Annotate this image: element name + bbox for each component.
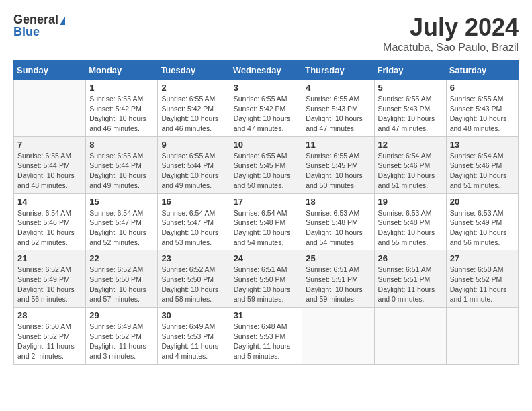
logo: General Blue bbox=[13, 13, 65, 38]
day-info: Sunrise: 6:55 AMSunset: 5:45 PMDaylight:… bbox=[306, 151, 370, 191]
calendar-cell: 16Sunrise: 6:54 AMSunset: 5:47 PMDayligh… bbox=[158, 193, 230, 250]
calendar-week-row: 21Sunrise: 6:52 AMSunset: 5:49 PMDayligh… bbox=[14, 250, 519, 308]
day-number: 22 bbox=[89, 253, 154, 263]
logo-icon bbox=[60, 17, 65, 25]
calendar-cell: 4Sunrise: 6:55 AMSunset: 5:43 PMDaylight… bbox=[302, 80, 374, 137]
day-info: Sunrise: 6:55 AMSunset: 5:43 PMDaylight:… bbox=[378, 94, 443, 134]
calendar-cell: 11Sunrise: 6:55 AMSunset: 5:45 PMDayligh… bbox=[302, 136, 374, 193]
day-number: 18 bbox=[306, 197, 370, 207]
calendar-cell: 2Sunrise: 6:55 AMSunset: 5:42 PMDaylight… bbox=[158, 80, 230, 137]
day-info: Sunrise: 6:55 AMSunset: 5:42 PMDaylight:… bbox=[89, 94, 154, 134]
day-info: Sunrise: 6:55 AMSunset: 5:42 PMDaylight:… bbox=[234, 94, 299, 134]
calendar-cell: 12Sunrise: 6:54 AMSunset: 5:46 PMDayligh… bbox=[374, 136, 446, 193]
day-info: Sunrise: 6:52 AMSunset: 5:50 PMDaylight:… bbox=[161, 265, 226, 304]
day-info: Sunrise: 6:55 AMSunset: 5:45 PMDaylight:… bbox=[234, 151, 299, 191]
day-number: 25 bbox=[306, 253, 370, 263]
day-number: 19 bbox=[378, 197, 443, 207]
calendar-cell: 17Sunrise: 6:54 AMSunset: 5:48 PMDayligh… bbox=[230, 193, 302, 250]
calendar-day-header: Thursday bbox=[302, 61, 374, 80]
day-number: 13 bbox=[450, 140, 515, 150]
day-number: 4 bbox=[306, 83, 370, 93]
calendar-cell: 6Sunrise: 6:55 AMSunset: 5:43 PMDaylight… bbox=[446, 80, 518, 137]
day-number: 7 bbox=[17, 140, 82, 150]
calendar-cell: 9Sunrise: 6:55 AMSunset: 5:44 PMDaylight… bbox=[158, 136, 230, 193]
day-number: 17 bbox=[234, 197, 299, 207]
calendar-cell: 30Sunrise: 6:49 AMSunset: 5:53 PMDayligh… bbox=[158, 308, 230, 365]
day-info: Sunrise: 6:52 AMSunset: 5:49 PMDaylight:… bbox=[17, 265, 82, 304]
day-number: 24 bbox=[234, 253, 299, 263]
day-info: Sunrise: 6:53 AMSunset: 5:48 PMDaylight:… bbox=[306, 208, 370, 248]
calendar-cell: 26Sunrise: 6:51 AMSunset: 5:51 PMDayligh… bbox=[374, 250, 446, 308]
day-number: 29 bbox=[89, 310, 154, 320]
calendar-cell: 8Sunrise: 6:55 AMSunset: 5:44 PMDaylight… bbox=[86, 136, 158, 193]
calendar-day-header: Sunday bbox=[14, 61, 86, 80]
calendar-cell bbox=[446, 308, 518, 365]
day-number: 21 bbox=[17, 253, 82, 263]
calendar-cell: 19Sunrise: 6:53 AMSunset: 5:48 PMDayligh… bbox=[374, 193, 446, 250]
calendar-cell: 3Sunrise: 6:55 AMSunset: 5:42 PMDaylight… bbox=[230, 80, 302, 137]
calendar-day-header: Saturday bbox=[446, 61, 518, 80]
day-info: Sunrise: 6:54 AMSunset: 5:46 PMDaylight:… bbox=[378, 151, 443, 191]
logo-blue: Blue bbox=[13, 25, 40, 38]
day-number: 10 bbox=[234, 140, 299, 150]
calendar-cell: 29Sunrise: 6:49 AMSunset: 5:52 PMDayligh… bbox=[86, 308, 158, 365]
day-number: 5 bbox=[378, 83, 443, 93]
day-number: 12 bbox=[378, 140, 443, 150]
calendar-cell: 13Sunrise: 6:54 AMSunset: 5:46 PMDayligh… bbox=[446, 136, 518, 193]
day-info: Sunrise: 6:54 AMSunset: 5:46 PMDaylight:… bbox=[450, 151, 515, 191]
day-info: Sunrise: 6:55 AMSunset: 5:43 PMDaylight:… bbox=[306, 94, 370, 134]
calendar-cell: 14Sunrise: 6:54 AMSunset: 5:46 PMDayligh… bbox=[14, 193, 86, 250]
day-info: Sunrise: 6:52 AMSunset: 5:50 PMDaylight:… bbox=[89, 265, 154, 304]
page-header: General Blue July 2024 Macatuba, Sao Pau… bbox=[13, 13, 519, 54]
day-number: 11 bbox=[306, 140, 370, 150]
calendar-week-row: 28Sunrise: 6:50 AMSunset: 5:52 PMDayligh… bbox=[14, 308, 519, 365]
day-info: Sunrise: 6:51 AMSunset: 5:51 PMDaylight:… bbox=[306, 265, 370, 304]
day-number: 28 bbox=[17, 310, 82, 320]
calendar-header-row: SundayMondayTuesdayWednesdayThursdayFrid… bbox=[14, 61, 519, 80]
day-info: Sunrise: 6:48 AMSunset: 5:53 PMDaylight:… bbox=[234, 322, 299, 361]
day-info: Sunrise: 6:51 AMSunset: 5:51 PMDaylight:… bbox=[378, 265, 443, 304]
calendar-cell: 22Sunrise: 6:52 AMSunset: 5:50 PMDayligh… bbox=[86, 250, 158, 308]
day-info: Sunrise: 6:55 AMSunset: 5:43 PMDaylight:… bbox=[450, 94, 515, 134]
calendar-cell: 31Sunrise: 6:48 AMSunset: 5:53 PMDayligh… bbox=[230, 308, 302, 365]
logo-general: General bbox=[13, 13, 58, 26]
day-info: Sunrise: 6:55 AMSunset: 5:44 PMDaylight:… bbox=[161, 151, 226, 191]
calendar-week-row: 14Sunrise: 6:54 AMSunset: 5:46 PMDayligh… bbox=[14, 193, 519, 250]
calendar-cell: 20Sunrise: 6:53 AMSunset: 5:49 PMDayligh… bbox=[446, 193, 518, 250]
day-number: 2 bbox=[161, 83, 226, 93]
day-info: Sunrise: 6:53 AMSunset: 5:48 PMDaylight:… bbox=[378, 208, 443, 248]
calendar-day-header: Tuesday bbox=[158, 61, 230, 80]
day-number: 8 bbox=[89, 140, 154, 150]
day-number: 9 bbox=[161, 140, 226, 150]
location: Macatuba, Sao Paulo, Brazil bbox=[383, 42, 519, 54]
calendar-cell: 25Sunrise: 6:51 AMSunset: 5:51 PMDayligh… bbox=[302, 250, 374, 308]
calendar-cell: 24Sunrise: 6:51 AMSunset: 5:50 PMDayligh… bbox=[230, 250, 302, 308]
day-number: 30 bbox=[161, 310, 226, 320]
day-info: Sunrise: 6:49 AMSunset: 5:53 PMDaylight:… bbox=[161, 322, 226, 361]
day-info: Sunrise: 6:50 AMSunset: 5:52 PMDaylight:… bbox=[17, 322, 82, 361]
day-number: 31 bbox=[234, 310, 299, 320]
day-number: 16 bbox=[161, 197, 226, 207]
calendar-cell: 18Sunrise: 6:53 AMSunset: 5:48 PMDayligh… bbox=[302, 193, 374, 250]
day-info: Sunrise: 6:54 AMSunset: 5:47 PMDaylight:… bbox=[89, 208, 154, 248]
day-number: 20 bbox=[450, 197, 515, 207]
calendar-cell: 28Sunrise: 6:50 AMSunset: 5:52 PMDayligh… bbox=[14, 308, 86, 365]
day-number: 1 bbox=[89, 83, 154, 93]
day-number: 3 bbox=[234, 83, 299, 93]
calendar-cell: 10Sunrise: 6:55 AMSunset: 5:45 PMDayligh… bbox=[230, 136, 302, 193]
day-number: 6 bbox=[450, 83, 515, 93]
calendar-cell: 23Sunrise: 6:52 AMSunset: 5:50 PMDayligh… bbox=[158, 250, 230, 308]
day-number: 14 bbox=[17, 197, 82, 207]
calendar-cell bbox=[14, 80, 86, 137]
calendar-cell: 21Sunrise: 6:52 AMSunset: 5:49 PMDayligh… bbox=[14, 250, 86, 308]
day-info: Sunrise: 6:55 AMSunset: 5:42 PMDaylight:… bbox=[161, 94, 226, 134]
calendar-week-row: 1Sunrise: 6:55 AMSunset: 5:42 PMDaylight… bbox=[14, 80, 519, 137]
day-number: 15 bbox=[89, 197, 154, 207]
day-info: Sunrise: 6:53 AMSunset: 5:49 PMDaylight:… bbox=[450, 208, 515, 248]
calendar-cell bbox=[302, 308, 374, 365]
calendar-week-row: 7Sunrise: 6:55 AMSunset: 5:44 PMDaylight… bbox=[14, 136, 519, 193]
calendar-day-header: Wednesday bbox=[230, 61, 302, 80]
calendar-cell: 5Sunrise: 6:55 AMSunset: 5:43 PMDaylight… bbox=[374, 80, 446, 137]
day-info: Sunrise: 6:50 AMSunset: 5:52 PMDaylight:… bbox=[450, 265, 515, 304]
day-info: Sunrise: 6:54 AMSunset: 5:47 PMDaylight:… bbox=[161, 208, 226, 248]
